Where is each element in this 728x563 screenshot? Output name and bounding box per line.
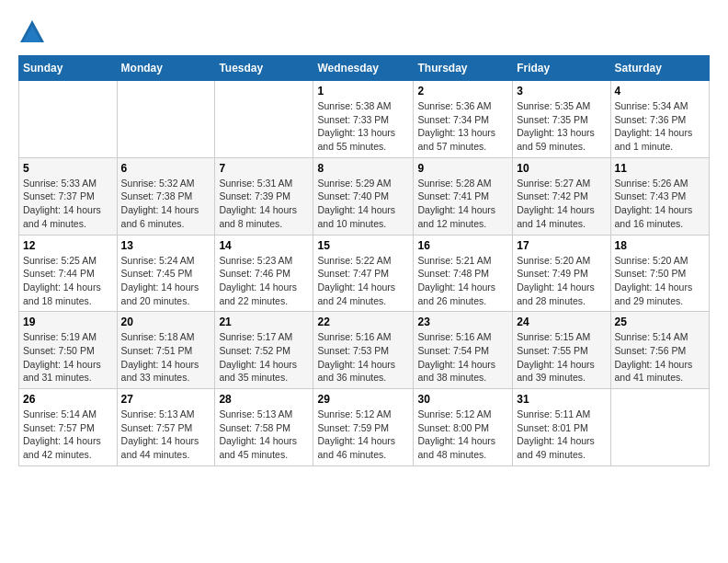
day-info: Sunrise: 5:29 AM Sunset: 7:40 PM Dayligh… xyxy=(317,177,409,231)
calendar-table: SundayMondayTuesdayWednesdayThursdayFrid… xyxy=(18,55,710,466)
calendar-day-cell: 16Sunrise: 5:21 AM Sunset: 7:48 PM Dayli… xyxy=(414,235,513,312)
calendar-day-cell: 31Sunrise: 5:11 AM Sunset: 8:01 PM Dayli… xyxy=(513,389,610,466)
calendar-day-cell: 12Sunrise: 5:25 AM Sunset: 7:44 PM Dayli… xyxy=(19,235,118,312)
calendar-day-cell: 22Sunrise: 5:16 AM Sunset: 7:53 PM Dayli… xyxy=(313,312,414,389)
calendar-day-cell: 10Sunrise: 5:27 AM Sunset: 7:42 PM Dayli… xyxy=(513,157,610,235)
calendar-day-cell: 8Sunrise: 5:29 AM Sunset: 7:40 PM Daylig… xyxy=(313,157,414,235)
day-number: 25 xyxy=(615,316,705,328)
day-info: Sunrise: 5:36 AM Sunset: 7:34 PM Dayligh… xyxy=(417,99,508,154)
day-info: Sunrise: 5:23 AM Sunset: 7:46 PM Dayligh… xyxy=(219,254,309,308)
day-info: Sunrise: 5:15 AM Sunset: 7:55 PM Dayligh… xyxy=(517,330,606,385)
day-number: 29 xyxy=(317,393,409,406)
day-info: Sunrise: 5:31 AM Sunset: 7:39 PM Dayligh… xyxy=(219,177,309,231)
day-number: 28 xyxy=(219,393,309,406)
calendar-header-row: SundayMondayTuesdayWednesdayThursdayFrid… xyxy=(19,56,710,81)
day-number: 12 xyxy=(23,239,113,252)
day-number: 24 xyxy=(517,316,606,328)
day-info: Sunrise: 5:26 AM Sunset: 7:43 PM Dayligh… xyxy=(615,177,705,231)
calendar-day-cell: 30Sunrise: 5:12 AM Sunset: 8:00 PM Dayli… xyxy=(414,389,513,466)
day-info: Sunrise: 5:14 AM Sunset: 7:57 PM Dayligh… xyxy=(23,408,113,462)
calendar-day-cell xyxy=(117,81,215,158)
calendar-day-cell xyxy=(215,81,313,158)
day-number: 21 xyxy=(219,316,309,328)
calendar-day-cell: 5Sunrise: 5:33 AM Sunset: 7:37 PM Daylig… xyxy=(19,157,118,235)
day-number: 14 xyxy=(219,239,309,252)
day-number: 26 xyxy=(23,393,113,406)
day-info: Sunrise: 5:21 AM Sunset: 7:48 PM Dayligh… xyxy=(417,254,508,308)
calendar-day-cell: 14Sunrise: 5:23 AM Sunset: 7:46 PM Dayli… xyxy=(215,235,313,312)
calendar-day-cell: 11Sunrise: 5:26 AM Sunset: 7:43 PM Dayli… xyxy=(610,157,709,235)
day-info: Sunrise: 5:35 AM Sunset: 7:35 PM Dayligh… xyxy=(517,99,606,154)
calendar-day-cell: 21Sunrise: 5:17 AM Sunset: 7:52 PM Dayli… xyxy=(215,312,313,389)
day-info: Sunrise: 5:17 AM Sunset: 7:52 PM Dayligh… xyxy=(219,330,309,385)
logo-icon xyxy=(18,18,46,46)
calendar-day-cell: 17Sunrise: 5:20 AM Sunset: 7:49 PM Dayli… xyxy=(513,235,610,312)
day-info: Sunrise: 5:19 AM Sunset: 7:50 PM Dayligh… xyxy=(23,330,113,385)
day-number: 11 xyxy=(615,162,705,175)
day-of-week-header: Wednesday xyxy=(313,56,414,81)
day-info: Sunrise: 5:28 AM Sunset: 7:41 PM Dayligh… xyxy=(417,177,508,231)
day-info: Sunrise: 5:20 AM Sunset: 7:50 PM Dayligh… xyxy=(615,254,705,308)
day-number: 23 xyxy=(417,316,508,328)
day-info: Sunrise: 5:13 AM Sunset: 7:58 PM Dayligh… xyxy=(219,408,309,462)
calendar-week-row: 19Sunrise: 5:19 AM Sunset: 7:50 PM Dayli… xyxy=(19,312,710,389)
day-of-week-header: Friday xyxy=(513,56,610,81)
calendar-day-cell: 4Sunrise: 5:34 AM Sunset: 7:36 PM Daylig… xyxy=(610,81,709,158)
day-number: 8 xyxy=(317,162,409,175)
day-of-week-header: Thursday xyxy=(414,56,513,81)
day-of-week-header: Sunday xyxy=(19,56,118,81)
calendar-day-cell: 23Sunrise: 5:16 AM Sunset: 7:54 PM Dayli… xyxy=(414,312,513,389)
day-info: Sunrise: 5:32 AM Sunset: 7:38 PM Dayligh… xyxy=(121,177,211,231)
day-info: Sunrise: 5:12 AM Sunset: 8:00 PM Dayligh… xyxy=(417,408,508,462)
calendar-day-cell: 26Sunrise: 5:14 AM Sunset: 7:57 PM Dayli… xyxy=(19,389,118,466)
day-info: Sunrise: 5:13 AM Sunset: 7:57 PM Dayligh… xyxy=(121,408,211,462)
calendar-day-cell: 24Sunrise: 5:15 AM Sunset: 7:55 PM Dayli… xyxy=(513,312,610,389)
calendar-day-cell: 9Sunrise: 5:28 AM Sunset: 7:41 PM Daylig… xyxy=(414,157,513,235)
calendar-day-cell: 18Sunrise: 5:20 AM Sunset: 7:50 PM Dayli… xyxy=(610,235,709,312)
day-number: 9 xyxy=(417,162,508,175)
day-number: 31 xyxy=(517,393,606,406)
day-info: Sunrise: 5:16 AM Sunset: 7:54 PM Dayligh… xyxy=(417,330,508,385)
calendar-day-cell xyxy=(19,81,118,158)
page-header xyxy=(18,18,710,46)
day-info: Sunrise: 5:27 AM Sunset: 7:42 PM Dayligh… xyxy=(517,177,606,231)
day-number: 30 xyxy=(417,393,508,406)
calendar-day-cell: 1Sunrise: 5:38 AM Sunset: 7:33 PM Daylig… xyxy=(313,81,414,158)
day-info: Sunrise: 5:24 AM Sunset: 7:45 PM Dayligh… xyxy=(121,254,211,308)
calendar-day-cell: 3Sunrise: 5:35 AM Sunset: 7:35 PM Daylig… xyxy=(513,81,610,158)
calendar-day-cell: 15Sunrise: 5:22 AM Sunset: 7:47 PM Dayli… xyxy=(313,235,414,312)
day-of-week-header: Saturday xyxy=(610,56,709,81)
day-info: Sunrise: 5:22 AM Sunset: 7:47 PM Dayligh… xyxy=(317,254,409,308)
day-of-week-header: Tuesday xyxy=(215,56,313,81)
day-number: 3 xyxy=(517,85,606,98)
day-info: Sunrise: 5:38 AM Sunset: 7:33 PM Dayligh… xyxy=(317,99,409,154)
day-number: 1 xyxy=(317,85,409,98)
day-number: 19 xyxy=(23,316,113,328)
calendar-day-cell: 6Sunrise: 5:32 AM Sunset: 7:38 PM Daylig… xyxy=(117,157,215,235)
day-info: Sunrise: 5:18 AM Sunset: 7:51 PM Dayligh… xyxy=(121,330,211,385)
day-number: 20 xyxy=(121,316,211,328)
day-info: Sunrise: 5:14 AM Sunset: 7:56 PM Dayligh… xyxy=(615,330,705,385)
day-number: 16 xyxy=(417,239,508,252)
logo xyxy=(18,18,50,46)
day-number: 15 xyxy=(317,239,409,252)
day-of-week-header: Monday xyxy=(117,56,215,81)
day-number: 10 xyxy=(517,162,606,175)
calendar-day-cell: 28Sunrise: 5:13 AM Sunset: 7:58 PM Dayli… xyxy=(215,389,313,466)
day-number: 5 xyxy=(23,162,113,175)
calendar-day-cell: 27Sunrise: 5:13 AM Sunset: 7:57 PM Dayli… xyxy=(117,389,215,466)
calendar-day-cell: 7Sunrise: 5:31 AM Sunset: 7:39 PM Daylig… xyxy=(215,157,313,235)
calendar-day-cell xyxy=(610,389,709,466)
day-number: 22 xyxy=(317,316,409,328)
calendar-day-cell: 19Sunrise: 5:19 AM Sunset: 7:50 PM Dayli… xyxy=(19,312,118,389)
calendar-day-cell: 29Sunrise: 5:12 AM Sunset: 7:59 PM Dayli… xyxy=(313,389,414,466)
day-number: 27 xyxy=(121,393,211,406)
day-number: 6 xyxy=(121,162,211,175)
calendar-week-row: 1Sunrise: 5:38 AM Sunset: 7:33 PM Daylig… xyxy=(19,81,710,158)
calendar-day-cell: 25Sunrise: 5:14 AM Sunset: 7:56 PM Dayli… xyxy=(610,312,709,389)
day-info: Sunrise: 5:33 AM Sunset: 7:37 PM Dayligh… xyxy=(23,177,113,231)
day-info: Sunrise: 5:25 AM Sunset: 7:44 PM Dayligh… xyxy=(23,254,113,308)
calendar-week-row: 5Sunrise: 5:33 AM Sunset: 7:37 PM Daylig… xyxy=(19,157,710,235)
day-info: Sunrise: 5:34 AM Sunset: 7:36 PM Dayligh… xyxy=(615,99,705,154)
day-number: 13 xyxy=(121,239,211,252)
